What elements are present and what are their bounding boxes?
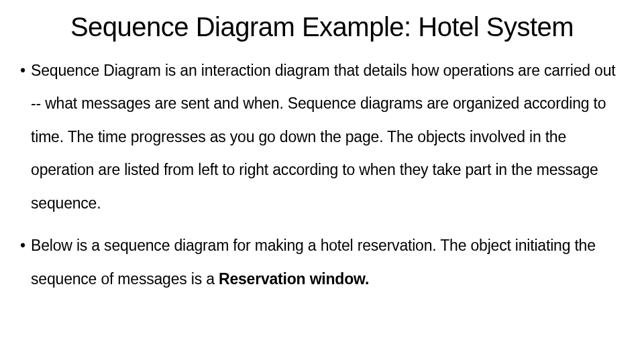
bullet-text: Below is a sequence diagram for making a… xyxy=(31,229,624,296)
slide-content: • Sequence Diagram is an interaction dia… xyxy=(0,48,644,296)
bullet-marker-icon: • xyxy=(20,54,25,220)
slide-title: Sequence Diagram Example: Hotel System xyxy=(0,0,644,48)
bullet-text: Sequence Diagram is an interaction diagr… xyxy=(31,54,624,220)
bullet-item: • Below is a sequence diagram for making… xyxy=(20,229,624,296)
bullet-marker-icon: • xyxy=(20,229,25,296)
bullet-item: • Sequence Diagram is an interaction dia… xyxy=(20,54,624,220)
bullet-bold: Reservation window. xyxy=(219,270,369,288)
